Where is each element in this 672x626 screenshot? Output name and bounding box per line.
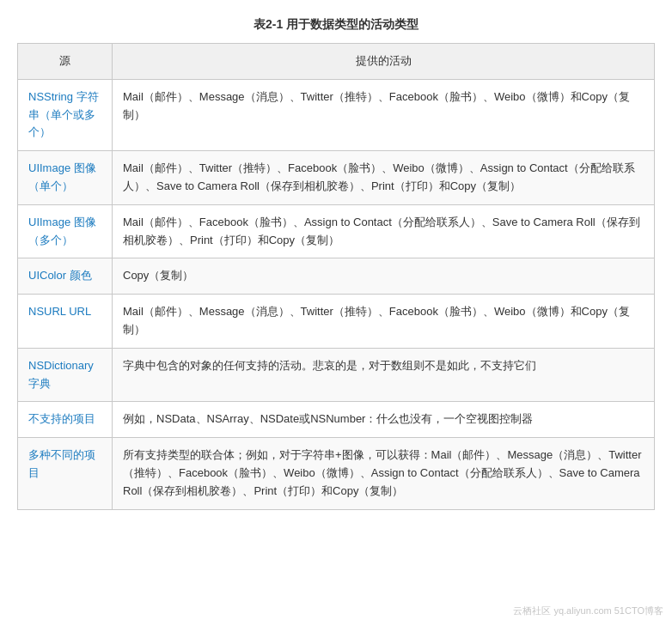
table-cell-activities: 字典中包含的对象的任何支持的活动。悲哀的是，对于数组则不是如此，不支持它们: [113, 348, 655, 402]
table-row: 不支持的项目例如，NSData、NSArray、NSDate或NSNumber：…: [18, 402, 655, 438]
table-cell-activities: Mail（邮件）、Facebook（脸书）、Assign to Contact（…: [113, 204, 655, 258]
table-row: NSDictionary 字典字典中包含的对象的任何支持的活动。悲哀的是，对于数…: [18, 348, 655, 402]
data-table: 源 提供的活动 NSString 字符串（单个或多个）Mail（邮件）、Mess…: [17, 43, 655, 510]
table-cell-source: 多种不同的项目: [18, 438, 113, 509]
page-title: 表2-1 用于数据类型的活动类型: [17, 17, 655, 33]
table-cell-activities: Mail（邮件）、Message（消息）、Twitter（推特）、Faceboo…: [113, 295, 655, 349]
table-row: UIColor 颜色Copy（复制）: [18, 258, 655, 295]
table-cell-activities: 例如，NSData、NSArray、NSDate或NSNumber：什么也没有，…: [113, 402, 655, 438]
table-cell-source: NSURL URL: [18, 295, 113, 349]
table-cell-activities: 所有支持类型的联合体；例如，对于字符串+图像，可以获得：Mail（邮件）、Mes…: [113, 438, 655, 509]
table-cell-activities: Copy（复制）: [113, 258, 655, 295]
header-source: 源: [18, 44, 113, 80]
table-cell-source: UIColor 颜色: [18, 258, 113, 295]
table-row: UIImage 图像（单个）Mail（邮件）、Twitter（推特）、Faceb…: [18, 151, 655, 205]
table-header-row: 源 提供的活动: [18, 44, 655, 80]
header-activities: 提供的活动: [113, 44, 655, 80]
table-row: NSString 字符串（单个或多个）Mail（邮件）、Message（消息）、…: [18, 79, 655, 150]
table-row: UIImage 图像（多个）Mail（邮件）、Facebook（脸书）、Assi…: [18, 204, 655, 258]
table-cell-source: NSDictionary 字典: [18, 348, 113, 402]
table-row: NSURL URLMail（邮件）、Message（消息）、Twitter（推特…: [18, 295, 655, 349]
table-row: 多种不同的项目所有支持类型的联合体；例如，对于字符串+图像，可以获得：Mail（…: [18, 438, 655, 509]
table-cell-source: UIImage 图像（多个）: [18, 204, 113, 258]
table-cell-activities: Mail（邮件）、Twitter（推特）、Facebook（脸书）、Weibo（…: [113, 151, 655, 205]
table-cell-source: 不支持的项目: [18, 402, 113, 438]
table-cell-activities: Mail（邮件）、Message（消息）、Twitter（推特）、Faceboo…: [113, 79, 655, 150]
table-cell-source: NSString 字符串（单个或多个）: [18, 79, 113, 150]
table-cell-source: UIImage 图像（单个）: [18, 151, 113, 205]
